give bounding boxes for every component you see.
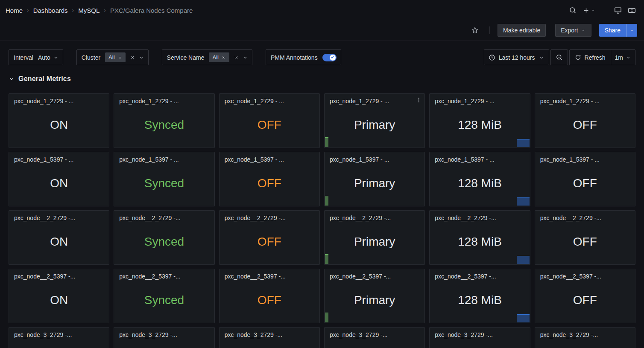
panel-title[interactable]: pxc_node_1_5397 - ... xyxy=(220,152,319,163)
service-name-control[interactable]: Service Name All xyxy=(162,49,252,65)
breadcrumb-current: PXC/Galera Nodes Compare xyxy=(110,7,193,14)
panel-title[interactable]: pxc_node__2_5397 -... xyxy=(9,269,109,280)
monitor-icon[interactable] xyxy=(611,3,625,17)
panel-title[interactable]: pxc_node_1_5397 - ... xyxy=(114,152,214,163)
make-editable-button[interactable]: Make editable xyxy=(498,24,546,37)
pmm-annotations-toggle[interactable] xyxy=(322,54,337,61)
stat-panel: pxc_node_1_5397 - ...OFF xyxy=(535,152,635,206)
breadcrumb: Home › Dashboards › MySQL › PXC/Galera N… xyxy=(6,7,193,14)
star-icon[interactable] xyxy=(468,23,482,37)
panel-title[interactable]: pxc_node_3_2729 -... xyxy=(325,328,424,338)
panel-title[interactable]: pxc_node_1_5397 - ... xyxy=(430,152,530,163)
stat-panel: pxc_node__2_5397 -...Primary xyxy=(324,269,425,323)
interval-value[interactable]: Auto xyxy=(38,54,53,61)
panel-title[interactable]: pxc_node__2_5397 -... xyxy=(220,269,319,280)
stat-value: ON xyxy=(9,280,109,323)
refresh-interval-button[interactable]: 1m xyxy=(611,50,635,65)
cluster-value-chip[interactable]: All xyxy=(105,52,125,62)
toolbar-divider xyxy=(489,26,490,34)
stat-panel: pxc_node_1_5397 - ...128 MiB xyxy=(429,152,530,206)
stat-value: OFF xyxy=(535,280,635,323)
sparkline xyxy=(517,197,530,206)
panel-title[interactable]: pxc_node__2_2729 -... xyxy=(114,211,214,221)
stat-panel: pxc_node_1_5397 - ...OFF xyxy=(219,152,320,206)
panel-title[interactable]: pxc_node__2_5397 -... xyxy=(114,269,214,280)
pmm-annotations-control: PMM Annotations xyxy=(266,49,341,65)
keyboard-icon[interactable] xyxy=(625,3,638,17)
panel-title[interactable]: pxc_node_1_2729 - ... xyxy=(325,94,424,104)
panel-title[interactable]: pxc_node_1_2729 - ... xyxy=(9,94,109,104)
stat-panel: pxc_node_3_2729 -...OFF xyxy=(219,327,320,348)
add-button[interactable] xyxy=(580,3,598,17)
cluster-label: Cluster xyxy=(77,54,105,61)
share-menu-button[interactable] xyxy=(626,24,637,37)
panel-title[interactable]: pxc_node__2_5397 -... xyxy=(535,269,635,280)
section-title: General Metrics xyxy=(18,75,71,83)
panel-title[interactable]: pxc_node_3_2729 -... xyxy=(220,328,319,338)
chevron-down-icon[interactable] xyxy=(242,55,248,61)
stat-panel: pxc_node__2_2729 -...ON xyxy=(9,210,109,265)
sparkline xyxy=(325,313,328,322)
clear-icon[interactable] xyxy=(130,55,135,60)
panel-title[interactable]: pxc_node_3_2729 -... xyxy=(535,328,635,338)
chevron-down-icon xyxy=(9,76,15,82)
panel-title[interactable]: pxc_node_3_2729 -... xyxy=(430,328,530,338)
stat-panel: pxc_node_1_5397 - ...Primary xyxy=(324,152,425,206)
stat-value: OFF xyxy=(535,163,635,206)
sparkline xyxy=(325,137,328,147)
cluster-control[interactable]: Cluster All xyxy=(76,49,149,65)
stat-value: Primary xyxy=(325,338,424,348)
breadcrumb-mysql[interactable]: MySQL xyxy=(78,7,100,14)
time-range-picker[interactable]: Last 12 hours xyxy=(484,49,549,65)
export-button[interactable]: Export xyxy=(555,24,591,37)
panel-title[interactable]: pxc_node_3_2729 -... xyxy=(9,328,109,338)
nav-actions xyxy=(566,3,638,17)
sparkline xyxy=(517,256,530,264)
sparkline xyxy=(325,254,328,264)
stat-value: OFF xyxy=(220,104,319,148)
panel-title[interactable]: pxc_node_1_5397 - ... xyxy=(325,152,424,163)
panel-title[interactable]: pxc_node__2_2729 -... xyxy=(325,211,424,221)
panel-title[interactable]: pxc_node__2_2729 -... xyxy=(9,211,109,221)
share-split-button: Share xyxy=(599,24,637,37)
stat-value: 128 MiB xyxy=(430,338,530,348)
chevron-down-icon[interactable] xyxy=(138,55,144,61)
refresh-button[interactable]: Refresh xyxy=(570,50,611,65)
cluster-value: All xyxy=(108,54,114,61)
section-general-metrics[interactable]: General Metrics xyxy=(9,73,71,84)
stat-panel: pxc_node__2_5397 -...128 MiB xyxy=(429,269,530,323)
search-icon[interactable] xyxy=(566,3,580,17)
panel-title[interactable]: pxc_node__2_5397 -... xyxy=(430,269,530,280)
breadcrumb-dashboards[interactable]: Dashboards xyxy=(33,7,68,14)
panel-menu-icon[interactable] xyxy=(416,97,422,103)
panel-title[interactable]: pxc_node_3_2729 -... xyxy=(114,328,214,338)
panel-title[interactable]: pxc_node__2_2729 -... xyxy=(430,211,530,221)
zoom-out-button[interactable] xyxy=(550,49,568,65)
share-button[interactable]: Share xyxy=(599,24,626,37)
panel-title[interactable]: pxc_node_1_5397 - ... xyxy=(9,152,109,163)
panel-title[interactable]: pxc_node__2_2729 -... xyxy=(535,211,635,221)
panel-title[interactable]: pxc_node__2_2729 -... xyxy=(220,211,319,221)
interval-control[interactable]: Interval Auto xyxy=(9,49,63,65)
clear-icon[interactable] xyxy=(234,55,239,60)
chevron-down-icon xyxy=(626,55,631,60)
service-value: All xyxy=(212,54,218,61)
panel-title[interactable]: pxc_node__2_5397 -... xyxy=(325,269,424,280)
panel-title[interactable]: pxc_node_1_2729 - ... xyxy=(220,94,319,104)
remove-value-icon[interactable] xyxy=(118,55,122,60)
stat-value: ON xyxy=(9,338,109,348)
chevron-down-icon[interactable] xyxy=(53,55,59,61)
panel-title[interactable]: pxc_node_1_5397 - ... xyxy=(535,152,635,163)
filter-bar: Interval Auto Cluster All Service Name A… xyxy=(9,49,635,65)
panel-title[interactable]: pxc_node_1_2729 - ... xyxy=(535,94,635,104)
breadcrumb-home[interactable]: Home xyxy=(6,7,23,14)
panel-title[interactable]: pxc_node_1_2729 - ... xyxy=(430,94,530,104)
stat-value: OFF xyxy=(220,338,319,348)
stat-value: Primary xyxy=(325,104,424,148)
remove-value-icon[interactable] xyxy=(222,55,226,60)
panel-title[interactable]: pxc_node_1_2729 - ... xyxy=(114,94,214,104)
clock-icon xyxy=(489,54,495,61)
service-value-chip[interactable]: All xyxy=(209,52,229,62)
stat-value: ON xyxy=(9,104,109,148)
make-editable-label: Make editable xyxy=(503,27,540,34)
